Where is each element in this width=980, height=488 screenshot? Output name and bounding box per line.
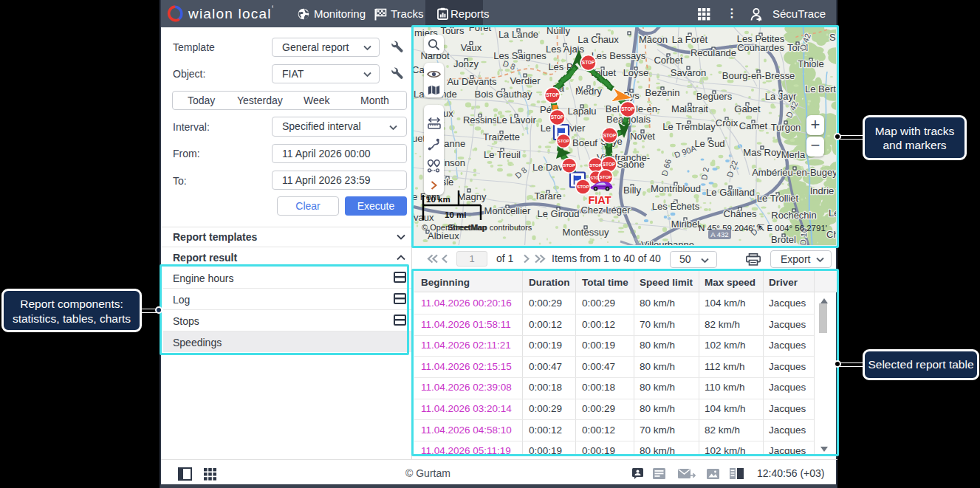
svg-text:STOP: STOP xyxy=(546,92,559,97)
svg-text:FIAT: FIAT xyxy=(588,194,611,206)
svg-text:STOP: STOP xyxy=(551,114,564,120)
svg-text:STOP: STOP xyxy=(603,162,616,167)
svg-text:STOP: STOP xyxy=(603,133,617,138)
svg-text:STOP: STOP xyxy=(621,106,634,111)
svg-text:STOP: STOP xyxy=(563,162,575,168)
svg-text:STOP: STOP xyxy=(558,139,569,143)
svg-text:STOP: STOP xyxy=(600,174,612,179)
svg-text:STOP: STOP xyxy=(577,184,589,189)
svg-text:STOP: STOP xyxy=(582,60,595,65)
svg-text:STOP: STOP xyxy=(589,162,602,168)
